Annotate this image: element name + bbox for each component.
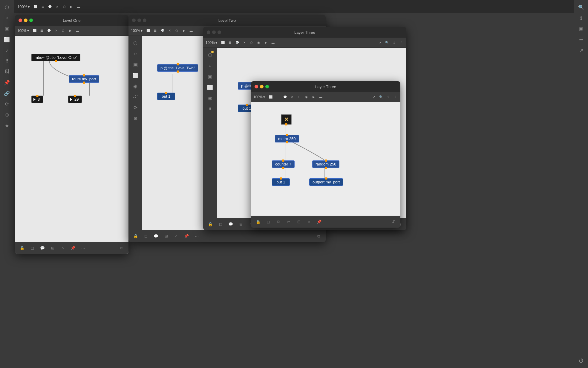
canvas-l3[interactable]: ✕ metro 250 counter 7 random 250 out 1 — [251, 102, 400, 215]
grs-power-icon[interactable]: ⏻ — [576, 356, 586, 366]
gs-image-icon[interactable]: 🖼 — [2, 67, 12, 76]
tb-comment-icon[interactable]: 💬 — [46, 28, 52, 33]
tb3bg-arrow[interactable]: ↗ — [377, 40, 382, 45]
node-num3[interactable]: 3 — [31, 96, 43, 103]
tb2-play[interactable]: ▶ — [181, 28, 187, 33]
bt2-comment[interactable]: 💬 — [152, 233, 160, 240]
sb3bg-disc[interactable]: ◉ — [205, 93, 215, 103]
bt2-copy[interactable]: ⧉ — [315, 233, 322, 240]
gs-cube-icon[interactable]: ⬡ — [2, 2, 12, 12]
gs-pin-icon[interactable]: 📌 — [2, 78, 12, 87]
close-button-level-one[interactable] — [19, 19, 22, 22]
max-l3bg[interactable] — [218, 30, 221, 34]
bt2-lock[interactable]: 🔒 — [132, 233, 139, 240]
node-p-l2[interactable]: p @title "Level Two" — [157, 64, 198, 72]
gs-msg-icon[interactable]: ▣ — [2, 24, 12, 33]
gt-play[interactable]: ▶ — [69, 4, 74, 9]
tb3bg-minus[interactable]: ▬ — [270, 40, 276, 45]
grs-info-icon[interactable]: ℹ — [576, 13, 586, 23]
tb3-lock[interactable]: ☰ — [275, 94, 281, 100]
gs-refresh-icon[interactable]: ⟳ — [2, 99, 12, 109]
sb-msg-icon[interactable]: ▣ — [131, 60, 140, 69]
gt-minus[interactable]: ▬ — [76, 4, 81, 9]
node-out1-l2[interactable]: out 1 — [157, 93, 175, 100]
sb3bg-paperclip[interactable]: 🖇 — [205, 104, 215, 114]
tb-present-icon[interactable]: ⬜ — [32, 28, 37, 33]
tb-close-icon[interactable]: ✕ — [53, 28, 59, 33]
bt3-pin[interactable]: 📌 — [316, 218, 323, 226]
sb-film-icon[interactable]: ⬜ — [131, 70, 140, 80]
bt2-more[interactable]: ⋯ — [193, 233, 200, 240]
tb3-search[interactable]: 🔍 — [378, 94, 384, 100]
gs-globe-icon[interactable]: ⊕ — [2, 110, 12, 119]
bt3-circle[interactable]: ○ — [305, 218, 313, 226]
max-btn-l2[interactable] — [143, 19, 146, 22]
bt3bg-select[interactable]: ◻ — [217, 221, 224, 228]
gt-lock[interactable]: ☰ — [40, 4, 45, 9]
node-random[interactable]: random 250 — [312, 160, 339, 168]
tb3-play[interactable]: ▶ — [311, 94, 316, 100]
bt-lock-icon[interactable]: 🔒 — [19, 245, 26, 252]
tb2-close[interactable]: ✕ — [167, 28, 172, 33]
grs-layout-icon[interactable]: ▣ — [576, 24, 586, 33]
bt3bg-lock[interactable]: 🔒 — [207, 221, 214, 228]
gs-music-icon[interactable]: ♪ — [2, 45, 12, 55]
close-l3[interactable] — [255, 85, 258, 88]
tb3-info[interactable]: ℹ — [385, 94, 391, 100]
close-l3bg[interactable] — [207, 30, 210, 34]
tb3-present[interactable]: ⬜ — [268, 94, 273, 100]
gs-link-icon[interactable]: 🔗 — [2, 88, 12, 98]
sb3bg-circle[interactable]: ○ — [205, 61, 215, 70]
node-outport[interactable]: outport my_port — [309, 178, 343, 186]
tb3-close[interactable]: ✕ — [290, 94, 295, 100]
sb3bg-cube[interactable]: ⬡ — [205, 50, 215, 60]
tb3bg-lock[interactable]: ☰ — [227, 40, 233, 45]
tb3bg-present[interactable]: ⬜ — [220, 40, 226, 45]
grs-arrow-icon[interactable]: ↗ — [576, 45, 586, 55]
zoom-level-one[interactable]: 100% ▾ — [17, 29, 29, 33]
bt3-copy[interactable]: ⧉ — [275, 218, 282, 226]
zoom-l3bg[interactable]: 100%▾ — [206, 41, 217, 45]
min-l3bg[interactable] — [212, 30, 216, 34]
tb3bg-disc[interactable]: ◉ — [256, 40, 261, 45]
min-btn-l2[interactable] — [137, 19, 141, 22]
zoom-l3[interactable]: 100%▾ — [253, 95, 265, 99]
gs-star-icon[interactable]: ★ — [2, 121, 12, 130]
tb-minus-icon[interactable]: ▬ — [75, 28, 80, 33]
zoom-level-two[interactable]: 100% ▾ — [131, 29, 143, 33]
bt-arrow-icon[interactable]: ⟳ — [118, 245, 125, 252]
tb3bg-film[interactable]: ⬡ — [249, 40, 254, 45]
gt-comment[interactable]: 💬 — [47, 4, 53, 9]
bt3bg-grid[interactable]: ⊞ — [237, 221, 244, 228]
bt3-lock[interactable]: 🔒 — [255, 218, 262, 226]
traffic-lights-l3bg[interactable] — [207, 30, 221, 34]
bt3-paperclip[interactable]: 🖇 — [390, 218, 397, 226]
bt-grid-icon[interactable]: ⊞ — [49, 245, 56, 252]
tb3bg-info[interactable]: ℹ — [391, 40, 397, 45]
sb-link-icon[interactable]: ⟳ — [131, 103, 140, 112]
tb2-minus[interactable]: ▬ — [189, 28, 194, 33]
tb3bg-close[interactable]: ✕ — [242, 40, 247, 45]
node-route[interactable]: route my_port — [69, 75, 99, 83]
tb3-minus[interactable]: ▬ — [318, 94, 324, 100]
bt3-grid[interactable]: ⊞ — [295, 218, 302, 226]
tb-lock-icon[interactable]: ☰ — [39, 28, 45, 33]
node-num29[interactable]: 29 — [68, 96, 82, 103]
maximize-button-level-one[interactable] — [29, 19, 33, 22]
window-level-one[interactable]: Level One 100% ▾ ⬜ ☰ 💬 ✕ ⬡ ▶ ▬ mbo~ @tit… — [15, 15, 128, 254]
traffic-lights-l3[interactable] — [255, 85, 269, 88]
tb3-arrow-up[interactable]: ↗ — [371, 94, 376, 100]
gt-disc[interactable]: ⬡ — [62, 4, 67, 9]
tb3bg-search[interactable]: 🔍 — [384, 40, 390, 45]
sb-circle-icon[interactable]: ○ — [131, 49, 140, 59]
tb2-lock[interactable]: ☰ — [153, 28, 158, 33]
tb3-disc[interactable]: ◉ — [304, 94, 309, 100]
min-l3[interactable] — [260, 85, 264, 88]
sb-globe-icon[interactable]: ⊕ — [131, 114, 140, 123]
gs-film-icon[interactable]: ⬜ — [2, 35, 12, 44]
bt2-grid[interactable]: ⊞ — [163, 233, 170, 240]
gs-circle-icon[interactable]: ○ — [2, 13, 12, 23]
node-counter[interactable]: counter 7 — [272, 160, 295, 168]
grs-search-icon[interactable]: 🔍 — [576, 2, 586, 12]
sb-paperclip-icon[interactable]: 🖇 — [131, 92, 140, 102]
